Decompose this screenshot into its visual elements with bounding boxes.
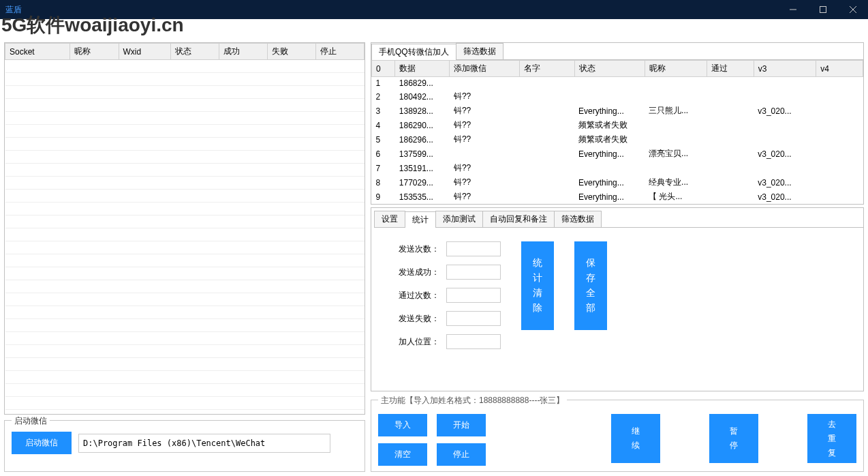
left-col-header[interactable]: 停止 <box>315 44 364 60</box>
table-row <box>5 73 365 86</box>
data-col-header[interactable]: 添加微信 <box>450 61 520 77</box>
table-row[interactable]: 7135191...钭?? <box>372 161 863 175</box>
table-row[interactable]: 1186829... <box>372 77 863 90</box>
svg-rect-1 <box>820 7 826 13</box>
table-row <box>5 306 365 319</box>
continue-button[interactable]: 继续 <box>611 414 660 463</box>
mid-tab[interactable]: 统计 <box>405 211 436 228</box>
left-col-header[interactable]: 失败 <box>267 44 315 60</box>
app-title: 蓝盾 <box>5 4 22 16</box>
import-button[interactable]: 导入 <box>378 414 427 436</box>
label-pass-count: 通过次数： <box>392 290 439 301</box>
label-send-ok: 发送成功： <box>392 267 439 278</box>
data-col-header[interactable]: 通过 <box>707 61 754 77</box>
start-wechat-group: 启动微信 启动微信 <box>4 420 365 472</box>
label-send-count: 发送次数： <box>392 243 439 255</box>
data-col-header[interactable]: 昵称 <box>645 61 707 77</box>
maximize-button[interactable] <box>808 0 838 19</box>
top-tab[interactable]: 手机QQ转微信加人 <box>371 44 456 60</box>
titlebar: 蓝盾 <box>0 0 868 19</box>
mid-tabs: 设置统计添加测试自动回复和备注筛选数据 <box>374 211 863 228</box>
data-col-header[interactable]: 数据 <box>395 61 450 77</box>
table-row <box>5 358 365 371</box>
table-row <box>5 203 365 215</box>
stats-clear-button[interactable]: 统计清除 <box>521 241 554 330</box>
top-tabs: 手机QQ转微信加人筛选数据 <box>371 43 863 59</box>
table-row <box>5 345 365 358</box>
top-tab[interactable]: 筛选数据 <box>456 43 503 59</box>
wechat-path-input[interactable] <box>78 434 330 453</box>
mid-tab[interactable]: 添加测试 <box>435 211 483 227</box>
data-col-header[interactable]: 0 <box>372 61 395 77</box>
table-row <box>5 332 365 345</box>
mid-tab[interactable]: 设置 <box>374 211 405 227</box>
input-pass-count[interactable] <box>446 288 501 303</box>
stop-button[interactable]: 停止 <box>437 443 486 466</box>
data-col-header[interactable]: v4 <box>816 61 863 77</box>
table-row[interactable]: 3138928...钭??Everything...三只熊儿...v3_020.… <box>372 104 863 118</box>
table-row <box>5 60 365 73</box>
data-table-scroll[interactable]: 0数据添加微信名字状态昵称通过v3v4 1186829...2180492...… <box>371 59 863 204</box>
input-add-pos[interactable] <box>446 334 501 349</box>
main-func-group: 主功能【导入加姓名格式：18888888888----张三】 导入 开始 清空 … <box>371 400 864 472</box>
start-wechat-legend: 启动微信 <box>12 415 50 427</box>
table-row <box>5 280 365 293</box>
start-button[interactable]: 开始 <box>437 414 486 436</box>
dedupe-button[interactable]: 去重复 <box>807 414 856 463</box>
table-row <box>5 267 365 280</box>
mid-tab[interactable]: 自动回复和备注 <box>482 211 555 227</box>
input-send-fail[interactable] <box>446 311 501 326</box>
data-col-header[interactable]: 名字 <box>520 61 574 77</box>
table-row[interactable]: 2180492...钭?? <box>372 89 863 104</box>
table-row[interactable]: 4186290...钭??频繁或者失败 <box>372 118 863 132</box>
table-row <box>5 190 365 203</box>
table-row <box>5 397 365 410</box>
table-row[interactable]: 9153535...钭??Everything...【 光头...v3_020.… <box>372 190 863 204</box>
table-row <box>5 215 365 228</box>
clear-button[interactable]: 清空 <box>378 443 427 466</box>
table-row <box>5 86 365 99</box>
input-send-count[interactable] <box>446 241 501 256</box>
table-row <box>5 228 365 241</box>
pause-button[interactable]: 暂停 <box>709 414 758 463</box>
minimize-button[interactable] <box>778 0 808 19</box>
input-send-ok[interactable] <box>446 265 501 280</box>
table-row <box>5 112 365 125</box>
close-button[interactable] <box>838 0 868 19</box>
table-row[interactable]: 8177029...钭??Everything...经典专业...v3_020.… <box>372 175 863 190</box>
left-col-header[interactable]: 成功 <box>219 44 267 60</box>
left-col-header[interactable]: 状态 <box>170 44 219 60</box>
table-row[interactable]: 6137599...Everything...漂亮宝贝...v3_020... <box>372 147 863 161</box>
left-col-header[interactable]: Socket <box>5 44 70 60</box>
main-func-legend: 主功能【导入加姓名格式：18888888888----张三】 <box>378 395 567 406</box>
left-accounts-table[interactable]: Socket昵称Wxid状态成功失败停止 <box>4 42 365 415</box>
table-row <box>5 410 365 415</box>
table-row <box>5 177 365 190</box>
left-col-header[interactable]: 昵称 <box>70 44 119 60</box>
left-col-header[interactable]: Wxid <box>119 44 170 60</box>
data-col-header[interactable]: v3 <box>754 61 816 77</box>
table-row <box>5 151 365 164</box>
start-wechat-button[interactable]: 启动微信 <box>12 432 72 454</box>
data-col-header[interactable]: 状态 <box>574 61 645 77</box>
table-row <box>5 254 365 267</box>
table-row <box>5 319 365 332</box>
table-row <box>5 384 365 397</box>
mid-tab[interactable]: 筛选数据 <box>554 211 602 227</box>
table-row <box>5 138 365 151</box>
table-row <box>5 371 365 384</box>
table-row <box>5 241 365 254</box>
table-row <box>5 293 365 306</box>
label-send-fail: 发送失败： <box>392 313 439 325</box>
save-all-button[interactable]: 保存全部 <box>574 241 607 330</box>
label-add-pos: 加人位置： <box>392 336 439 348</box>
table-row <box>5 99 365 112</box>
table-row <box>5 125 365 138</box>
table-row <box>5 164 365 177</box>
table-row[interactable]: 5186296...钭??频繁或者失败 <box>372 132 863 147</box>
